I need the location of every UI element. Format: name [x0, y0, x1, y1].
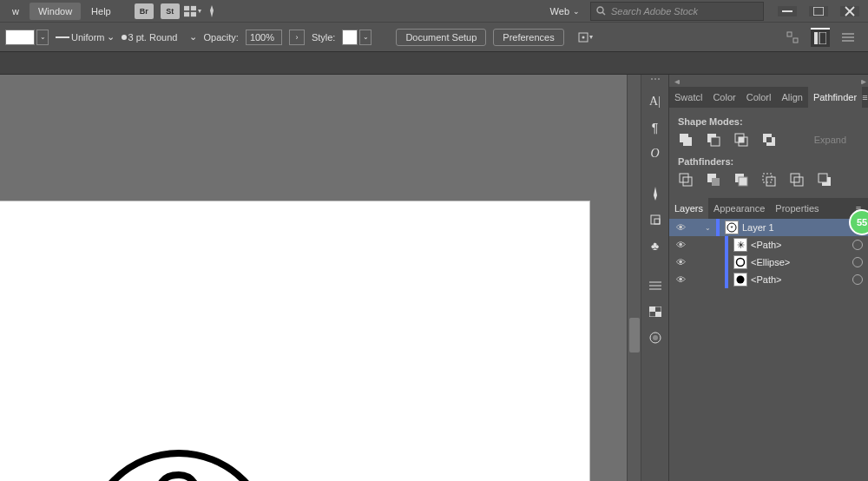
stock-chip-icon[interactable]: St: [161, 3, 180, 19]
intersect-icon[interactable]: [733, 132, 749, 148]
menu-bar: w Window Help Br St ▾ Web ⌄ Search Adobe…: [0, 0, 868, 23]
search-icon: [596, 6, 606, 16]
style-label: Style:: [312, 32, 336, 43]
menu-item-window[interactable]: Window: [30, 3, 81, 20]
fill-stroke-swatch[interactable]: ⌄: [5, 28, 49, 47]
layer-row[interactable]: 👁 <Path>: [669, 271, 868, 288]
opentype-panel-icon[interactable]: O: [646, 144, 665, 163]
minimize-button[interactable]: [778, 6, 797, 16]
svg-rect-21: [654, 219, 660, 224]
character-panel-icon[interactable]: A|: [646, 92, 665, 111]
stroke-panel-icon[interactable]: [646, 276, 665, 295]
document-setup-button[interactable]: Document Setup: [396, 29, 486, 46]
menu-item-help[interactable]: Help: [82, 3, 120, 20]
search-adobe-stock[interactable]: Search Adobe Stock: [590, 2, 764, 21]
target-icon[interactable]: [852, 257, 863, 267]
maximize-button[interactable]: [809, 6, 828, 16]
tab-properties[interactable]: Properties: [770, 198, 824, 219]
minus-front-icon[interactable]: [706, 132, 721, 148]
target-icon[interactable]: [852, 240, 863, 250]
graphic-style-dropdown[interactable]: ⌄: [342, 28, 372, 47]
tab-align[interactable]: Align: [776, 87, 807, 108]
layer-row[interactable]: 👁 <Ellipse>: [669, 254, 868, 271]
edge-view-icon[interactable]: [783, 28, 802, 47]
vertical-scrollbar[interactable]: [627, 75, 641, 481]
divide-icon[interactable]: [678, 172, 694, 188]
brushes-panel-icon[interactable]: [646, 184, 665, 203]
tab-pathfinder[interactable]: Pathfinder: [808, 87, 862, 108]
layer-row[interactable]: 👁 ⌄ * Layer 1: [669, 219, 868, 236]
panel-grip-icon[interactable]: [648, 78, 663, 83]
svg-rect-41: [683, 177, 692, 186]
svg-rect-2: [184, 11, 189, 16]
disclosure-icon[interactable]: ⌄: [702, 224, 713, 232]
close-button[interactable]: [840, 6, 859, 16]
tab-swatches[interactable]: Swatcl: [669, 87, 707, 108]
visibility-icon[interactable]: 👁: [674, 257, 687, 267]
transform-panel-icon[interactable]: [646, 210, 665, 229]
tab-appearance[interactable]: Appearance: [708, 198, 770, 219]
unite-icon[interactable]: [678, 132, 694, 148]
visibility-icon[interactable]: 👁: [674, 274, 687, 285]
panel-menu-icon[interactable]: ≡: [862, 87, 868, 108]
tab-layers[interactable]: Layers: [669, 198, 708, 219]
menu-item-truncated[interactable]: w: [3, 3, 28, 20]
control-bar: ⌄ Uniform ⌄ 3 pt. Round ⌄ Opacity: › Sty…: [0, 23, 868, 52]
svg-rect-40: [680, 174, 688, 182]
outline-icon[interactable]: [789, 172, 805, 188]
svg-rect-27: [655, 312, 661, 317]
svg-text:*: *: [730, 224, 733, 232]
shape-modes-label: Shape Modes:: [678, 116, 859, 127]
step-badge: 55: [849, 209, 868, 235]
stroke-profile-dropdown[interactable]: Uniform ⌄: [56, 31, 115, 43]
layers-tabs: Layers Appearance Properties ≡: [669, 198, 868, 219]
scrollbar-thumb[interactable]: [629, 318, 640, 353]
svg-rect-13: [793, 38, 798, 43]
crop-icon[interactable]: [761, 172, 777, 188]
merge-icon[interactable]: [733, 172, 749, 188]
panel-layout-icon[interactable]: [811, 28, 830, 47]
svg-rect-48: [791, 174, 799, 182]
svg-rect-1: [191, 5, 196, 10]
svg-point-4: [597, 7, 603, 13]
target-icon[interactable]: [852, 274, 863, 285]
stroke-weight-dropdown[interactable]: 3 pt. Round ⌄: [122, 31, 197, 43]
panel-menu-icon[interactable]: [838, 28, 858, 47]
visibility-icon[interactable]: 👁: [674, 222, 687, 233]
main-area: A| ¶ O ♣ ◂◂▸▸ Swatcl Color Colorl Align …: [0, 75, 868, 481]
workspace-switcher[interactable]: Web ⌄: [550, 6, 580, 16]
svg-rect-49: [794, 177, 803, 186]
preferences-button[interactable]: Preferences: [493, 29, 563, 46]
svg-rect-46: [763, 174, 772, 182]
tab-color[interactable]: Color: [707, 87, 740, 108]
opacity-input[interactable]: [246, 30, 282, 45]
paragraph-panel-icon[interactable]: ¶: [646, 118, 665, 137]
bridge-chip-icon[interactable]: Br: [135, 3, 154, 19]
trim-icon[interactable]: [706, 172, 721, 188]
gpu-preview-icon[interactable]: [203, 3, 220, 20]
minus-back-icon[interactable]: [817, 172, 832, 188]
transparency-panel-icon[interactable]: [646, 302, 665, 321]
exclude-icon[interactable]: [761, 132, 777, 148]
svg-rect-36: [739, 137, 744, 142]
svg-rect-31: [683, 137, 692, 146]
canvas-area[interactable]: [0, 75, 627, 481]
layer-thumbnail-icon: ✳: [733, 238, 747, 252]
svg-rect-20: [651, 215, 660, 224]
opacity-flyout-icon[interactable]: ›: [289, 30, 305, 45]
svg-point-56: [737, 276, 745, 284]
align-to-icon[interactable]: ▾: [576, 29, 594, 46]
visibility-icon[interactable]: 👁: [674, 240, 687, 250]
layer-name: <Path>: [751, 274, 849, 285]
layer-name: <Path>: [751, 240, 849, 250]
gradient-panel-icon[interactable]: [646, 328, 665, 347]
tab-color-guide[interactable]: Colorl: [741, 87, 777, 108]
arrange-documents-icon[interactable]: ▾: [184, 3, 201, 20]
svg-rect-47: [766, 177, 775, 186]
panel-grip-top[interactable]: ◂◂▸▸: [669, 75, 868, 87]
search-placeholder: Search Adobe Stock: [611, 6, 698, 16]
layer-row[interactable]: 👁 ✳ <Path>: [669, 236, 868, 254]
pathfinder-tabs: Swatcl Color Colorl Align Pathfinder ≡: [669, 87, 868, 108]
symbols-panel-icon[interactable]: ♣: [646, 236, 665, 255]
expand-button: Expand: [801, 132, 859, 148]
